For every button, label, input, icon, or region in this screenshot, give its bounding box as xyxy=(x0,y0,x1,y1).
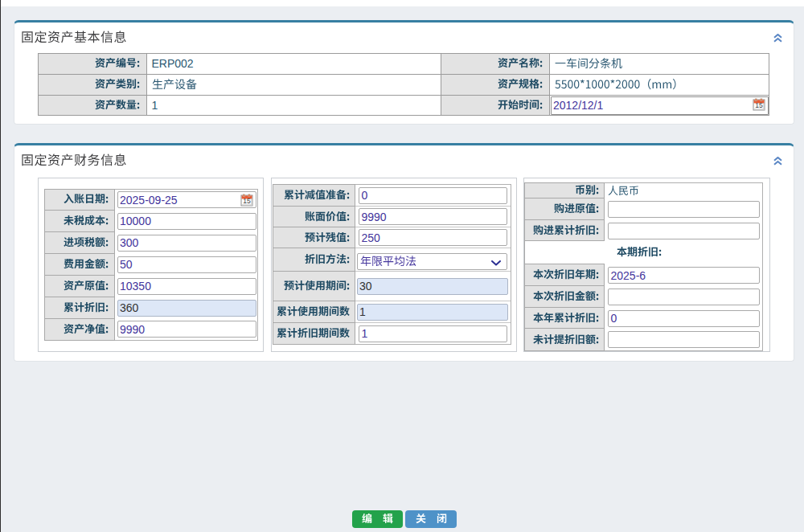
svg-text:15: 15 xyxy=(243,197,251,205)
svg-text:15: 15 xyxy=(755,101,763,109)
